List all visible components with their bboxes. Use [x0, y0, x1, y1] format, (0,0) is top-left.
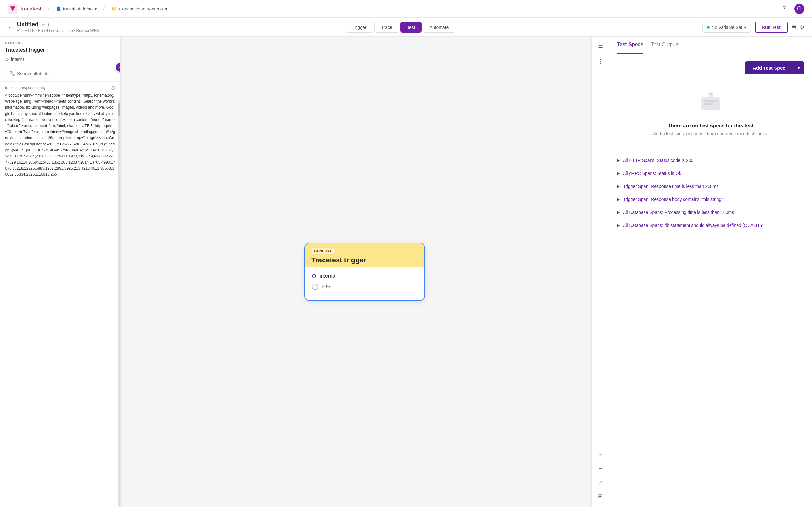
preset-item-0[interactable]: ▶ All HTTP Spans: Status code is 200 — [617, 154, 804, 167]
topnav-left: tracetest / 👤 tracetest-demo ▾ / 📁 ● ope… — [8, 4, 167, 14]
search-box: 🔍 — [5, 68, 115, 79]
export-icon[interactable]: ⬒ — [792, 24, 796, 30]
preset-item-2[interactable]: ▶ Trigger Span: Response time is less th… — [617, 180, 804, 193]
dots-view-button[interactable]: ⋮ — [595, 56, 606, 67]
subheader-left: ← Untitled ✏ ℹ v1 • HTTP • Ran 44 second… — [8, 21, 99, 33]
trace-card[interactable]: GENERAL Tracetest trigger ⚙ internal 🕐 3… — [305, 243, 425, 301]
attr-section: tracetest.response.body ⊙ <!doctype html… — [0, 81, 120, 179]
logo[interactable]: tracetest — [8, 4, 42, 14]
center-panel: GENERAL Tracetest trigger ⚙ internal 🕐 3… — [120, 37, 609, 507]
left-scrollbar-thumb — [118, 103, 120, 116]
topnav: tracetest / 👤 tracetest-demo ▾ / 📁 ● ope… — [0, 0, 812, 18]
preset-arrow-3: ▶ — [617, 197, 620, 202]
back-button[interactable]: ← — [8, 24, 13, 31]
empty-illustration — [698, 91, 723, 113]
preset-label-0: All HTTP Spans: Status code is 200 — [623, 158, 693, 163]
search-input[interactable] — [17, 71, 111, 76]
rs-content: Add Test Spec ▾ There are no test specs … — [609, 54, 812, 507]
edit-icon[interactable]: ✏ — [42, 22, 45, 27]
workspace-selector[interactable]: 👤 tracetest-demo ▾ — [56, 6, 97, 11]
test-meta: v1 • HTTP • Ran 44 seconds ago • Run via… — [17, 29, 99, 33]
svg-rect-8 — [710, 95, 712, 95]
subheader: ← Untitled ✏ ℹ v1 • HTTP • Ran 44 second… — [0, 18, 812, 37]
logo-icon — [8, 4, 18, 14]
preset-item-5[interactable]: ▶ All Database Spans: db.statement shoul… — [617, 219, 804, 232]
attr-key: tracetest.response.body ⊙ — [5, 84, 115, 91]
info-icon[interactable]: ℹ — [47, 22, 49, 27]
preset-arrow-5: ▶ — [617, 223, 620, 228]
var-set-dot — [707, 26, 710, 29]
empty-sub: Add a test spec, or choose from our pred… — [653, 131, 768, 136]
expand-icon: ⤢ — [598, 479, 603, 486]
tab-test[interactable]: Test — [400, 22, 422, 33]
trace-card-title: Tracetest trigger — [311, 256, 418, 264]
panel-section-label: GENERAL — [0, 37, 120, 46]
nav-sep-2: / — [103, 5, 105, 12]
card-time-label: 3.5s — [322, 284, 331, 290]
preset-item-1[interactable]: ▶ All gRPC Spans: Status is Ok — [617, 167, 804, 180]
zoom-out-button[interactable]: − — [595, 463, 606, 474]
preset-arrow-2: ▶ — [617, 184, 620, 188]
expand-button[interactable]: ⤢ — [595, 476, 606, 488]
environment-selector[interactable]: 📁 ● opentelemetry-demo ▾ — [111, 6, 167, 11]
internal-label: internal — [11, 57, 26, 62]
add-test-spec-button[interactable]: Add Test Spec — [745, 61, 793, 74]
trace-card-internal-row: ⚙ internal — [311, 273, 418, 279]
zoom-in-icon: + — [599, 451, 602, 458]
empty-icon — [698, 91, 723, 118]
preset-label-1: All gRPC Spans: Status is Ok — [623, 171, 681, 176]
trace-card-body: ⚙ internal 🕐 3.5s — [305, 268, 424, 300]
more-options-icon[interactable]: ⊙ — [110, 84, 115, 91]
rs-tabs: Test Specs Test Outputs — [609, 37, 812, 54]
topnav-right: ? O — [779, 4, 804, 14]
user-button[interactable]: O — [794, 4, 804, 14]
hierarchy-icon: ⊞ — [598, 493, 603, 500]
settings-icon[interactable]: ⚙ — [800, 24, 804, 30]
tab-trace[interactable]: Trace — [374, 22, 399, 33]
zoom-in-button[interactable]: + — [595, 449, 606, 460]
list-icon: ☰ — [598, 44, 603, 51]
preset-arrow-4: ▶ — [617, 210, 620, 215]
variable-set-selector[interactable]: No Variable Set ▾ — [702, 22, 751, 33]
left-panel: GENERAL Tracetest trigger ⚙ internal ‹‹ … — [0, 37, 120, 507]
nav-sep-1: / — [48, 5, 49, 12]
right-sidebar: Test Specs Test Outputs Add Test Spec ▾ — [609, 37, 812, 507]
trace-card-time-row: 🕐 3.5s — [311, 283, 418, 290]
preset-item-4[interactable]: ▶ All Database Spans: Processing time is… — [617, 206, 804, 219]
env-caret-icon: ▾ — [165, 6, 167, 11]
attr-value: <!doctype html><html itemscope="" itemty… — [5, 93, 115, 178]
tab-automate[interactable]: Automate — [423, 22, 455, 33]
panel-trigger-title: Tracetest trigger — [0, 46, 120, 55]
preset-arrow-1: ▶ — [617, 171, 620, 176]
environment-label: opentelemetry-demo — [122, 6, 163, 11]
tab-trigger[interactable]: Trigger — [346, 22, 373, 33]
run-test-button[interactable]: Run Test — [755, 21, 788, 33]
help-button[interactable]: ? — [779, 4, 789, 14]
zoom-out-icon: − — [599, 465, 602, 472]
trace-card-general-label: GENERAL — [311, 248, 335, 253]
test-title: Untitled — [17, 21, 38, 28]
preset-label-2: Trigger Span: Response time is less than… — [623, 184, 718, 189]
workspace-label: tracetest-demo — [63, 6, 93, 11]
trace-card-header: GENERAL Tracetest trigger — [305, 243, 424, 268]
workspace-icon: 👤 — [56, 6, 61, 11]
svg-rect-5 — [704, 103, 713, 105]
tab-test-outputs[interactable]: Test Outputs — [651, 37, 679, 54]
hierarchy-button[interactable]: ⊞ — [595, 491, 606, 502]
preset-arrow-0: ▶ — [617, 158, 620, 163]
panel-internal: ⚙ internal — [0, 55, 120, 66]
var-set-label: No Variable Set — [711, 25, 742, 30]
preset-label-3: Trigger Span: Response body contains "th… — [623, 197, 723, 202]
title-row: Untitled ✏ ℹ — [17, 21, 99, 28]
empty-state: There are no test specs for this test Ad… — [617, 84, 804, 154]
svg-rect-7 — [709, 94, 713, 94]
left-scrollbar[interactable] — [118, 100, 120, 507]
preset-label-4: All Database Spans: Processing time is l… — [623, 210, 734, 215]
preset-item-3[interactable]: ▶ Trigger Span: Response body contains "… — [617, 193, 804, 206]
card-gear-icon: ⚙ — [311, 273, 316, 279]
workspace-caret-icon: ▾ — [95, 6, 97, 11]
list-view-button[interactable]: ☰ — [595, 42, 606, 53]
tab-test-specs[interactable]: Test Specs — [617, 37, 643, 54]
add-test-spec-dropdown-button[interactable]: ▾ — [793, 61, 804, 74]
canvas-tools: ☰ ⋮ + − ⤢ ⊞ — [591, 37, 609, 507]
